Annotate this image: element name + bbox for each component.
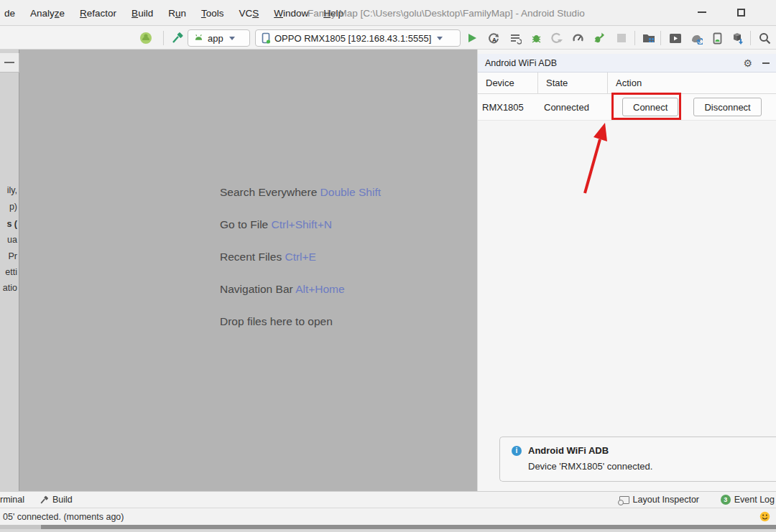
android-studio-window: de Analyze Refactor Build Run Tools VCS … [0,0,776,532]
build-hammer-icon[interactable] [170,31,185,45]
tool-window-terminal[interactable]: rminal [0,492,24,508]
info-icon: i [512,446,522,456]
apply-code-changes-icon[interactable] [508,31,522,45]
svg-text:A: A [492,37,496,43]
event-log-icon: 3 [721,495,731,505]
title-bar: de Analyze Refactor Build Run Tools VCS … [0,0,776,26]
tool-window-bar: rminal Build Layout Inspector 3 Event Lo… [0,491,776,508]
phone-icon [262,32,270,44]
menu-code-partial[interactable]: de [1,6,18,21]
cropped-text-fragment: ily, [7,185,17,195]
device-selector[interactable]: OPPO RMX1805 [192.168.43.1:5555] [255,29,461,47]
apply-changes-icon[interactable]: A [486,31,501,45]
attach-debugger-icon[interactable] [550,31,564,45]
menu-window[interactable]: Window [271,6,311,21]
stop-icon [614,31,629,45]
hint-go-to-file: Go to File Ctrl+Shift+N [220,218,381,251]
cropped-window-corner [0,53,19,73]
window-title: Family Map [C:\Users\golu\Desktop\Family… [308,0,585,26]
hammer-icon [40,495,49,505]
device-state: Connected [538,102,608,113]
device-name: RMX1805 [478,102,538,113]
notification-message: Device 'RMX1805' connected. [528,461,768,472]
sdk-manager-icon[interactable] [730,31,744,45]
disconnect-button[interactable]: Disconnect [693,98,761,116]
hide-panel-icon[interactable] [762,62,770,64]
tool-window-layout-inspector[interactable]: Layout Inspector [619,492,699,508]
menu-analyze[interactable]: Analyze [27,6,68,21]
connect-button[interactable]: Connect [622,98,678,116]
minimize-icon [4,62,14,63]
minimize-icon [698,11,706,13]
editor-empty-state: Search Everywhere Double Shift Go to Fil… [20,50,476,491]
scrollbar-track[interactable] [0,525,776,529]
android-wifi-adb-panel: Android WiFi ADB ⚙ Device State Action R… [477,50,776,491]
scrollbar-thumb[interactable] [0,525,41,529]
chevron-down-icon [229,37,235,40]
android-module-icon [194,34,203,42]
cropped-text-fragment: etti [5,267,17,277]
smiley-feedback-icon[interactable] [759,511,770,524]
app-module-selector[interactable]: app [188,29,250,47]
status-message: 05' connected. (moments ago) [3,508,124,525]
tool-window-event-log[interactable]: 3 Event Log [721,492,775,508]
main-toolbar: app OPPO RMX1805 [192.168.43.1:5555] A [0,27,776,50]
hint-search-everywhere: Search Everywhere Double Shift [220,186,381,218]
cropped-text-fragment: atio [3,283,17,293]
device-table-row: RMX1805 Connected Connect Disconnect [478,94,776,121]
menu-bar: de Analyze Refactor Build Run Tools VCS … [1,0,346,26]
gradle-sync-icon[interactable] [689,31,703,45]
debug-icon[interactable] [529,31,543,45]
menu-build[interactable]: Build [129,6,156,21]
notification-title: Android WiFi ADB [528,445,609,456]
shortcut-hints: Search Everywhere Double Shift Go to Fil… [220,186,381,347]
main-area: ily, p) s ( ua Pr etti atio Search Every… [0,50,776,491]
toolbar-separator [750,31,751,45]
toolbar-separator [660,31,661,45]
menu-vcs[interactable]: VCS [236,6,262,21]
panel-header: Android WiFi ADB ⚙ [478,54,776,73]
search-everywhere-icon[interactable] [757,31,772,45]
left-cropped-panel: ily, p) s ( ua Pr etti atio [0,50,19,491]
tool-window-build[interactable]: Build [40,492,73,508]
android-avatar-icon[interactable] [139,31,153,45]
maximize-button[interactable] [724,0,758,24]
cropped-text-fragment: ua [7,235,17,245]
panel-title: Android WiFi ADB [485,58,557,68]
avd-manager-icon[interactable] [710,31,724,45]
chevron-down-icon [437,37,443,40]
minimize-button[interactable] [685,0,719,24]
run-icon[interactable] [465,31,479,45]
gear-icon[interactable]: ⚙ [743,58,752,68]
cropped-text-fragment: p) [9,202,17,212]
toolbar-separator [634,31,635,45]
menu-refactor[interactable]: Refactor [77,6,119,21]
run-window-icon[interactable] [668,31,683,45]
profiler-icon[interactable] [571,31,585,45]
hint-navigation-bar: Navigation Bar Alt+Home [220,283,381,315]
toolbar-separator [163,31,164,45]
status-bar: 05' connected. (moments ago) [0,508,776,525]
bottom-scrollbar[interactable] [0,525,776,532]
cropped-text-fragment: Pr [9,251,18,261]
layout-inspector-icon [619,496,629,504]
device-table-header: Device State Action [478,73,776,94]
hint-recent-files: Recent Files Ctrl+E [220,251,381,283]
maximize-icon [737,9,745,17]
column-action: Action [608,73,776,93]
attach-debugger-to-process-icon[interactable] [591,31,606,45]
cropped-text-fragment: s ( [6,219,17,229]
device-file-explorer-icon[interactable] [642,31,656,45]
column-device: Device [478,73,538,93]
hint-drop-files: Drop files here to open [220,315,381,347]
menu-tools[interactable]: Tools [198,6,227,21]
menu-run[interactable]: Run [165,6,189,21]
notification-balloon[interactable]: i Android WiFi ADB Device 'RMX1805' conn… [499,437,776,482]
column-state: State [538,73,608,93]
